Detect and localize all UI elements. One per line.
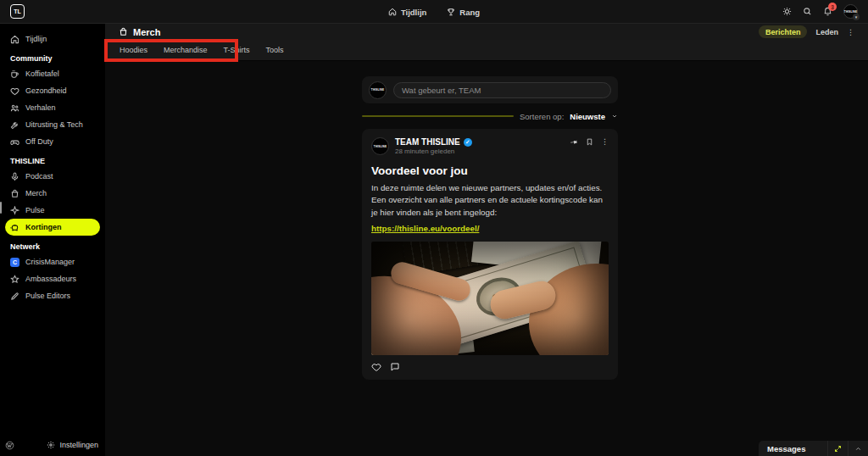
top-bar: TL Tijdlijn Rang 3 THISLINE ▾ xyxy=(0,0,868,24)
post-author-avatar[interactable]: THISLINE xyxy=(371,137,389,155)
feed-column: THISLINE Sorteren op: Nieuwste THISLINE … xyxy=(362,76,618,380)
thisline-logo[interactable]: TL xyxy=(10,4,25,19)
sidebar-item-label: Ambassadeurs xyxy=(25,275,76,283)
sidebar-scrollbar[interactable] xyxy=(0,202,2,214)
settings-label: Instellingen xyxy=(59,441,98,449)
pin-icon xyxy=(570,138,578,146)
sidebar-item-label: CrisisManager xyxy=(25,258,75,266)
bookmark-icon[interactable] xyxy=(586,138,593,146)
sidebar-item-label: Pulse xyxy=(25,206,45,214)
microphone-icon xyxy=(10,172,19,181)
topnav-item-tijdlijn[interactable]: Tijdlijn xyxy=(388,8,426,17)
sidebar-item-label: Verhalen xyxy=(25,103,56,112)
leden-toggle-button[interactable]: Leden xyxy=(815,28,838,36)
composer-input[interactable] xyxy=(393,82,611,98)
sort-row: Sorteren op: Nieuwste xyxy=(362,110,618,122)
sidebar-item-label: Koffietafel xyxy=(25,70,59,78)
post-image-money[interactable]: 20 xyxy=(371,242,609,355)
verified-badge-icon: ✓ xyxy=(464,138,472,147)
post-composer: THISLINE xyxy=(362,76,618,103)
sidebar-item-crisismanager[interactable]: C CrisisManager xyxy=(5,253,100,270)
sort-select[interactable]: Nieuwste xyxy=(570,112,605,121)
berichten-toggle-button[interactable]: Berichten xyxy=(759,25,808,38)
post-header-icons: ⋮ xyxy=(570,137,609,146)
kebab-menu-icon[interactable]: ⋮ xyxy=(601,137,609,146)
like-heart-icon[interactable] xyxy=(371,362,381,372)
sidebar-section-netwerk: Netwerk xyxy=(5,236,100,253)
post-timestamp: 28 minuten geleden xyxy=(395,148,472,156)
sidebar-item-podcast[interactable]: Podcast xyxy=(5,168,100,185)
space-header: Merch Berichten Leden ⋮ xyxy=(105,24,868,40)
sparkle-icon xyxy=(10,206,19,215)
kebab-menu-icon[interactable]: ⋮ xyxy=(847,28,854,36)
avatar-logo-text: THISLINE xyxy=(371,88,384,92)
sidebar-item-ambassadeurs[interactable]: Ambassadeurs xyxy=(5,270,100,287)
crisismanager-app-icon: C xyxy=(10,258,19,267)
space-title: Merch xyxy=(119,27,160,37)
trophy-icon xyxy=(447,8,455,16)
sidebar-item-label: Podcast xyxy=(25,172,53,181)
heart-icon xyxy=(10,86,19,96)
tab-merchandise[interactable]: Merchandise xyxy=(164,46,208,54)
sidebar-item-label: Gezondheid xyxy=(25,86,67,95)
post-author-name[interactable]: TEAM THISLINE xyxy=(395,137,460,147)
messages-dock[interactable]: Messages xyxy=(759,441,868,456)
sidebar-item-merch[interactable]: Merch xyxy=(5,185,100,202)
topnav-item-rang[interactable]: Rang xyxy=(447,8,480,17)
comment-icon[interactable] xyxy=(390,362,400,372)
search-icon[interactable] xyxy=(803,7,812,16)
sidebar-item-label: Kortingen xyxy=(25,223,62,231)
people-icon xyxy=(10,103,19,113)
topnav-label: Tijdlijn xyxy=(401,8,426,17)
post-footer xyxy=(371,362,609,372)
chevron-up-icon[interactable] xyxy=(848,441,868,456)
space-title-label: Merch xyxy=(133,27,160,37)
main-content: Merch Berichten Leden ⋮ Hoodies Merchand… xyxy=(105,24,868,456)
sidebar-item-label: Uitrusting & Tech xyxy=(25,120,83,129)
post-card: THISLINE TEAM THISLINE ✓ 28 minuten gele… xyxy=(362,129,618,380)
star-icon xyxy=(10,275,19,284)
sidebar-item-pulse-editors[interactable]: Pulse Editors xyxy=(5,287,100,304)
notifications-bell-icon[interactable]: 3 xyxy=(823,7,832,16)
post-link[interactable]: https://thisline.eu/voordeel/ xyxy=(371,224,479,233)
gear-icon xyxy=(47,441,55,449)
theme-toggle-sun-icon[interactable] xyxy=(782,7,792,16)
tab-tools[interactable]: Tools xyxy=(266,46,284,54)
avatar-logo-text: THISLINE xyxy=(844,10,857,14)
topnav-label: Rang xyxy=(459,8,480,17)
shopping-bag-icon xyxy=(119,27,128,36)
sidebar-item-label: Pulse Editors xyxy=(25,292,70,300)
sidebar-item-uitrusting-tech[interactable]: Uitrusting & Tech xyxy=(5,116,100,133)
wrench-icon xyxy=(10,120,19,130)
sidebar-item-tijdlijn[interactable]: Tijdlijn xyxy=(5,31,100,47)
sidebar: Tijdlijn Community Koffietafel Gezondhei… xyxy=(0,24,105,456)
sidebar-item-label: Merch xyxy=(25,189,47,197)
sidebar-item-verhalen[interactable]: Verhalen xyxy=(5,99,100,116)
coffee-cup-icon xyxy=(10,70,19,79)
chevron-down-icon: ▾ xyxy=(853,14,860,20)
expand-icon[interactable] xyxy=(827,441,848,456)
post-body: In deze ruimte delen we nieuwe partners,… xyxy=(371,182,609,220)
post-title: Voordeel voor jou xyxy=(371,164,609,177)
sidebar-item-label: Off Duty xyxy=(25,137,53,146)
sidebar-item-kortingen[interactable]: Kortingen xyxy=(5,219,100,236)
tab-t-shirts[interactable]: T-Shirts xyxy=(224,46,250,54)
shopping-bag-icon xyxy=(10,189,19,198)
tab-hoodies[interactable]: Hoodies xyxy=(120,46,147,54)
feed-divider xyxy=(362,115,514,117)
avatar-logo-text: THISLINE xyxy=(374,145,387,148)
sidebar-item-koffietafel[interactable]: Koffietafel xyxy=(5,65,100,82)
space-header-actions: Berichten Leden ⋮ xyxy=(759,25,854,38)
sidebar-footer: Instellingen xyxy=(5,438,98,452)
top-navigation: Tijdlijn Rang xyxy=(0,0,868,24)
wordpress-icon[interactable] xyxy=(5,441,14,450)
settings-button[interactable]: Instellingen xyxy=(47,441,98,449)
sidebar-item-label: Tijdlijn xyxy=(25,35,47,43)
topbar-actions: 3 THISLINE ▾ xyxy=(782,4,858,19)
chevron-down-icon[interactable] xyxy=(611,113,618,120)
sidebar-item-pulse[interactable]: Pulse xyxy=(5,202,100,219)
sidebar-item-gezondheid[interactable]: Gezondheid xyxy=(5,82,100,99)
user-avatar[interactable]: THISLINE ▾ xyxy=(843,4,858,19)
messages-actions xyxy=(827,441,868,456)
sidebar-item-off-duty[interactable]: Off Duty xyxy=(5,133,100,150)
